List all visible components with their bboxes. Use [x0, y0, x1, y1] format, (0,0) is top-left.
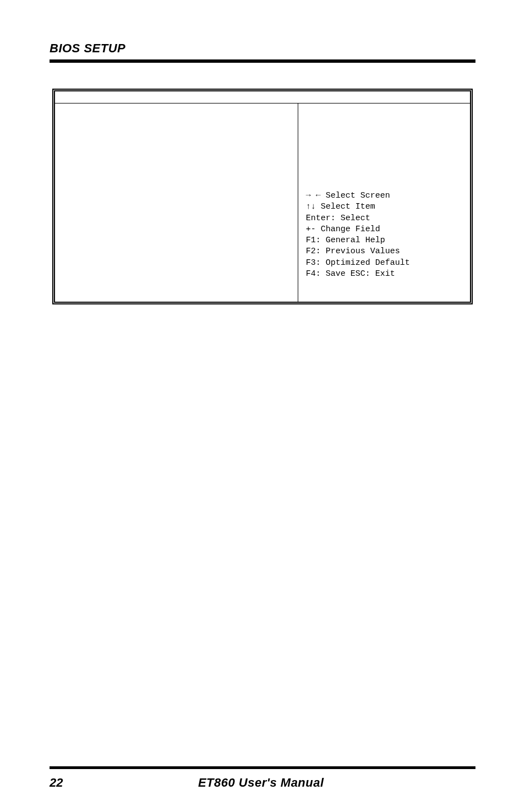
help-select-screen: → ← Select Screen [306, 190, 462, 201]
help-select-item: ↑↓ Select Item [306, 201, 462, 212]
bios-screen-frame: → ← Select Screen ↑↓ Select Item Enter: … [52, 89, 473, 304]
page-footer: 22 ET860 User's Manual [50, 776, 475, 790]
header-rule [50, 59, 475, 63]
bios-help-panel: → ← Select Screen ↑↓ Select Item Enter: … [298, 103, 470, 302]
help-enter-select: Enter: Select [306, 213, 462, 224]
help-general-help: F1: General Help [306, 235, 462, 246]
bios-main-panel [55, 103, 298, 302]
section-header: BIOS SETUP [50, 41, 475, 56]
bios-body: → ← Select Screen ↑↓ Select Item Enter: … [55, 103, 470, 302]
help-previous-values: F2: Previous Values [306, 246, 462, 257]
help-optimized-default: F3: Optimized Default [306, 258, 462, 269]
manual-title: ET860 User's Manual [46, 776, 475, 790]
help-save-exit: F4: Save ESC: Exit [306, 269, 462, 280]
bios-title-bar [55, 91, 470, 103]
footer-rule [50, 766, 475, 769]
help-change-field: +- Change Field [306, 224, 462, 235]
